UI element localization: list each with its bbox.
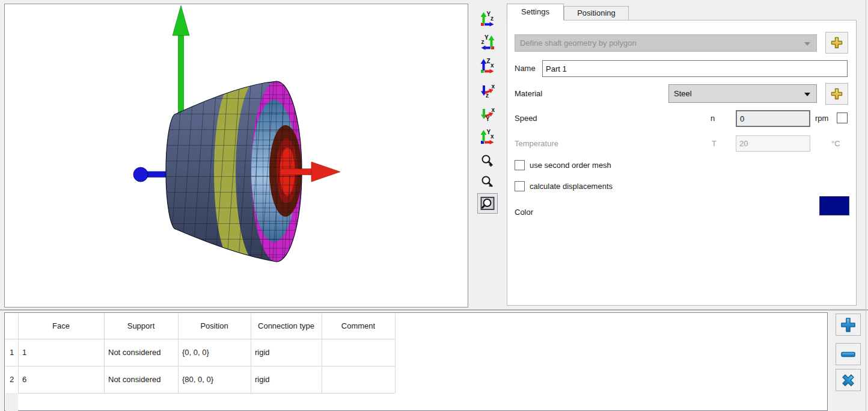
calculate-displacements-checkbox[interactable] xyxy=(515,181,525,191)
view-zx-button[interactable]: Z x xyxy=(477,55,498,76)
add-row-button[interactable] xyxy=(836,314,861,336)
svg-text:Y: Y xyxy=(484,34,489,41)
cell-support[interactable]: Not considered xyxy=(104,366,178,393)
svg-text:z: z xyxy=(486,92,489,98)
settings-panel: Define shaft geometry by polygon Name Ma… xyxy=(507,20,857,306)
view-zx-icon: Z x xyxy=(480,58,495,73)
zoom-out-icon xyxy=(480,175,495,190)
view-yz-icon: Y z xyxy=(480,11,495,26)
svg-text:x: x xyxy=(492,107,495,113)
name-input[interactable] xyxy=(542,60,848,77)
supports-table: Face Support Position Connection type Co… xyxy=(4,312,828,411)
speed-symbol: n xyxy=(711,110,715,127)
material-label: Material xyxy=(515,84,542,103)
row-number[interactable]: 1 xyxy=(5,339,18,366)
zoom-in-icon xyxy=(480,153,495,169)
column-header-comment: Comment xyxy=(322,314,395,339)
view-yx-button[interactable]: Y x xyxy=(477,126,498,147)
temperature-symbol: T xyxy=(712,135,717,152)
zoom-fit-button[interactable] xyxy=(477,193,498,214)
cell-comment[interactable] xyxy=(322,339,395,366)
zoom-in-button[interactable] xyxy=(477,151,498,172)
row-number[interactable]: 2 xyxy=(5,366,18,393)
calculate-displacements-label: calculate displacements xyxy=(530,181,613,191)
remove-row-button[interactable] xyxy=(836,343,861,365)
material-value: Steel xyxy=(674,89,692,98)
geometry-type-select: Define shaft geometry by polygon xyxy=(515,34,817,52)
z-axis-arrow xyxy=(133,167,171,182)
blue-minus-icon xyxy=(839,346,858,363)
delete-rows-button[interactable] xyxy=(836,369,861,391)
blue-cross-icon xyxy=(839,372,858,389)
cell-connection-type[interactable]: rigid xyxy=(251,339,322,366)
cell-face[interactable]: 6 xyxy=(18,366,104,393)
zoom-out-button[interactable] xyxy=(477,172,498,193)
chevron-down-icon xyxy=(804,93,810,96)
svg-text:x: x xyxy=(491,133,494,140)
cell-comment[interactable] xyxy=(322,366,395,393)
temperature-unit-label: °C xyxy=(831,135,840,152)
add-geometry-button[interactable] xyxy=(825,32,848,54)
cell-face[interactable]: 1 xyxy=(18,339,104,366)
speed-unit-label: rpm xyxy=(815,110,828,127)
second-order-mesh-label: use second order mesh xyxy=(530,160,611,170)
svg-text:z: z xyxy=(491,15,494,22)
tab-settings[interactable]: Settings xyxy=(507,4,564,20)
view-yx-icon: Y x xyxy=(480,129,495,144)
name-label: Name xyxy=(515,60,536,77)
view-xy-button[interactable]: Y x xyxy=(477,104,498,124)
column-header-support: Support xyxy=(104,314,178,339)
zoom-fit-icon xyxy=(480,196,495,211)
view-xz-icon: z x xyxy=(480,82,495,98)
horizontal-splitter[interactable] xyxy=(0,309,868,311)
speed-input[interactable] xyxy=(736,110,810,127)
column-header-face: Face xyxy=(18,314,104,339)
svg-text:x: x xyxy=(492,83,495,90)
temperature-input xyxy=(736,135,810,152)
cell-position[interactable]: {0, 0, 0} xyxy=(178,339,251,366)
column-header-connection-type: Connection type xyxy=(251,314,322,339)
material-select[interactable]: Steel xyxy=(668,84,817,103)
svg-text:Z: Z xyxy=(487,58,491,64)
view-xz-button[interactable]: z x xyxy=(477,80,498,100)
view-yz-button[interactable]: Y z xyxy=(477,8,498,29)
speed-checkbox[interactable] xyxy=(837,113,848,123)
gold-plus-icon xyxy=(830,87,843,100)
svg-text:Y: Y xyxy=(486,116,490,122)
3d-viewport[interactable] xyxy=(4,4,468,307)
chevron-down-icon xyxy=(804,42,810,46)
svg-text:x: x xyxy=(491,62,494,69)
cell-support[interactable]: Not considered xyxy=(104,339,178,366)
blue-plus-icon xyxy=(839,317,858,333)
shaft-3d-model xyxy=(5,4,468,307)
gold-plus-icon xyxy=(830,36,843,49)
column-header-position: Position xyxy=(178,314,251,339)
tab-positioning[interactable]: Positioning xyxy=(564,6,629,20)
view-zy-button[interactable]: Y z xyxy=(477,32,498,52)
row-header-strip xyxy=(5,393,18,411)
speed-label: Speed xyxy=(515,110,537,127)
window-edge xyxy=(866,0,866,411)
svg-text:z: z xyxy=(481,39,484,45)
cell-connection-type[interactable]: rigid xyxy=(251,366,322,393)
temperature-label: Temperature xyxy=(515,135,558,152)
cell-position[interactable]: {80, 0, 0} xyxy=(178,366,251,393)
view-toolbar: Y z Y z Z x z x xyxy=(472,4,505,307)
view-zy-icon: Y z xyxy=(480,34,495,50)
color-label: Color xyxy=(515,204,533,221)
view-xy-icon: Y x xyxy=(480,106,495,122)
color-swatch[interactable] xyxy=(819,196,849,215)
geometry-type-value: Define shaft geometry by polygon xyxy=(520,39,637,48)
add-material-button[interactable] xyxy=(825,83,848,105)
second-order-mesh-checkbox[interactable] xyxy=(515,160,525,170)
